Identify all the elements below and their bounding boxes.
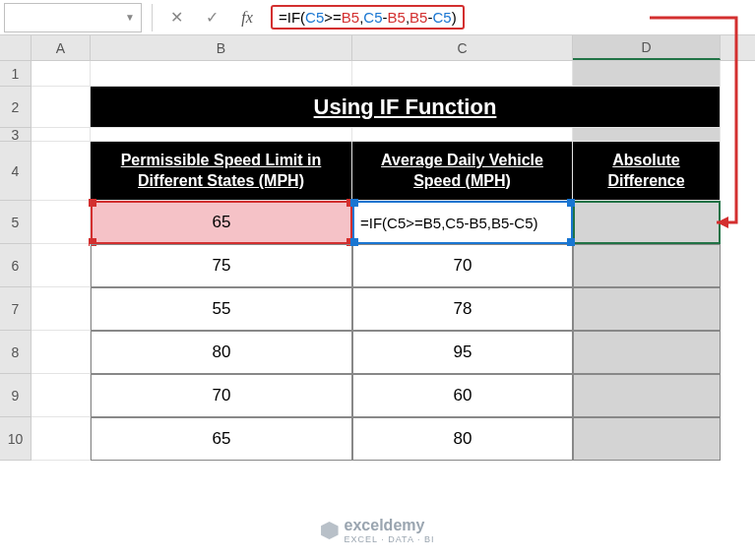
confirm-icon[interactable]: ✓ xyxy=(194,3,229,32)
cell-D3[interactable] xyxy=(573,128,721,142)
row-header-1[interactable]: 1 xyxy=(0,61,31,87)
row-header-5[interactable]: 5 xyxy=(0,201,31,244)
select-all-corner[interactable] xyxy=(0,35,31,60)
cell-B3[interactable] xyxy=(91,128,352,142)
cell-A2[interactable] xyxy=(31,87,91,128)
row-8: 8 80 95 xyxy=(0,331,755,374)
watermark: exceldemy EXCEL · DATA · BI xyxy=(321,517,435,544)
cell-B9[interactable]: 70 xyxy=(91,374,352,417)
row-header-3[interactable]: 3 xyxy=(0,128,31,142)
cell-A5[interactable] xyxy=(31,201,91,244)
cancel-icon[interactable]: ✕ xyxy=(158,3,194,32)
cell-C9[interactable]: 60 xyxy=(352,374,573,417)
cell-D10[interactable] xyxy=(573,417,721,461)
row-10: 10 65 80 xyxy=(0,417,755,461)
cell-B8[interactable]: 80 xyxy=(91,331,352,374)
row-5: 5 65 =IF(C5>=B5,C5-B5,B5-C5) xyxy=(0,201,755,244)
fx-icon[interactable]: fx xyxy=(229,3,265,32)
range-handle[interactable] xyxy=(89,199,96,207)
cell-C10[interactable]: 80 xyxy=(352,417,573,461)
cell-A7[interactable] xyxy=(31,287,91,331)
row-header-8[interactable]: 8 xyxy=(0,331,31,374)
spreadsheet-grid: A B C D 1 2 Using IF Function 3 4 xyxy=(0,35,755,461)
cell-A4[interactable] xyxy=(31,142,91,201)
header-c[interactable]: Average Daily Vehicle Speed (MPH) xyxy=(352,142,573,201)
cell-A1[interactable] xyxy=(31,61,91,87)
cell-B7[interactable]: 55 xyxy=(91,287,352,331)
row-6: 6 75 70 xyxy=(0,244,755,287)
row-header-6[interactable]: 6 xyxy=(0,244,31,287)
row-header-2[interactable]: 2 xyxy=(0,87,31,128)
header-d[interactable]: Absolute Difference xyxy=(573,142,721,201)
formula-bar: ▼ ✕ ✓ fx = IF ( C5 >= B5 , C5 - B5 , B5 … xyxy=(0,0,755,35)
range-handle[interactable] xyxy=(350,199,358,207)
cell-D6[interactable] xyxy=(573,244,721,287)
row-header-9[interactable]: 9 xyxy=(0,374,31,417)
row-3: 3 xyxy=(0,128,755,142)
row-1: 1 xyxy=(0,61,755,87)
range-handle[interactable] xyxy=(567,199,575,207)
col-header-D[interactable]: D xyxy=(573,35,721,60)
row-9: 9 70 60 xyxy=(0,374,755,417)
title-text: Using IF Function xyxy=(314,94,497,120)
cell-A3[interactable] xyxy=(31,128,91,142)
cell-C3[interactable] xyxy=(352,128,573,142)
cell-B5-value: 65 xyxy=(213,213,231,232)
cell-B1[interactable] xyxy=(91,61,352,87)
cell-A8[interactable] xyxy=(31,331,91,374)
cell-D5[interactable] xyxy=(573,201,721,244)
cell-D7[interactable] xyxy=(573,287,721,331)
range-handle[interactable] xyxy=(350,238,358,246)
cell-D1[interactable] xyxy=(573,61,721,87)
row-4: 4 Permissible Speed Limit in Different S… xyxy=(0,142,755,201)
cell-D9[interactable] xyxy=(573,374,721,417)
chevron-down-icon[interactable]: ▼ xyxy=(125,12,135,23)
range-handle[interactable] xyxy=(567,238,575,246)
col-header-A[interactable]: A xyxy=(31,35,91,60)
col-header-B[interactable]: B xyxy=(91,35,352,60)
row-header-4[interactable]: 4 xyxy=(0,142,31,201)
row-header-10[interactable]: 10 xyxy=(0,417,31,461)
cell-C7[interactable]: 78 xyxy=(352,287,573,331)
row-header-7[interactable]: 7 xyxy=(0,287,31,331)
row-2: 2 Using IF Function xyxy=(0,87,755,128)
col-header-C[interactable]: C xyxy=(352,35,573,60)
row-7: 7 55 78 xyxy=(0,287,755,331)
cell-D8[interactable] xyxy=(573,331,721,374)
cell-A10[interactable] xyxy=(31,417,91,461)
title-cell[interactable]: Using IF Function xyxy=(91,87,721,128)
cell-B10[interactable]: 65 xyxy=(91,417,352,461)
header-b[interactable]: Permissible Speed Limit in Different Sta… xyxy=(91,142,352,201)
cell-B5[interactable]: 65 xyxy=(91,201,352,244)
watermark-brand: exceldemy xyxy=(345,517,435,534)
cell-C5-editing[interactable]: =IF(C5>=B5,C5-B5,B5-C5) xyxy=(352,201,573,244)
cell-A9[interactable] xyxy=(31,374,91,417)
formula-input[interactable]: = IF ( C5 >= B5 , C5 - B5 , B5 - C5 ) xyxy=(265,3,755,32)
cell-A6[interactable] xyxy=(31,244,91,287)
cell-C5-formula: =IF(C5>=B5,C5-B5,B5-C5) xyxy=(360,215,542,231)
cell-C8[interactable]: 95 xyxy=(352,331,573,374)
logo-icon xyxy=(321,522,339,539)
cell-C6[interactable]: 70 xyxy=(352,244,573,287)
column-headers: A B C D xyxy=(0,35,755,61)
formula-highlight-box: = IF ( C5 >= B5 , C5 - B5 , B5 - C5 ) xyxy=(271,5,465,30)
name-box[interactable]: ▼ xyxy=(4,3,142,32)
watermark-tagline: EXCEL · DATA · BI xyxy=(345,534,435,544)
cell-B6[interactable]: 75 xyxy=(91,244,352,287)
cell-C1[interactable] xyxy=(352,61,573,87)
divider xyxy=(152,4,153,31)
